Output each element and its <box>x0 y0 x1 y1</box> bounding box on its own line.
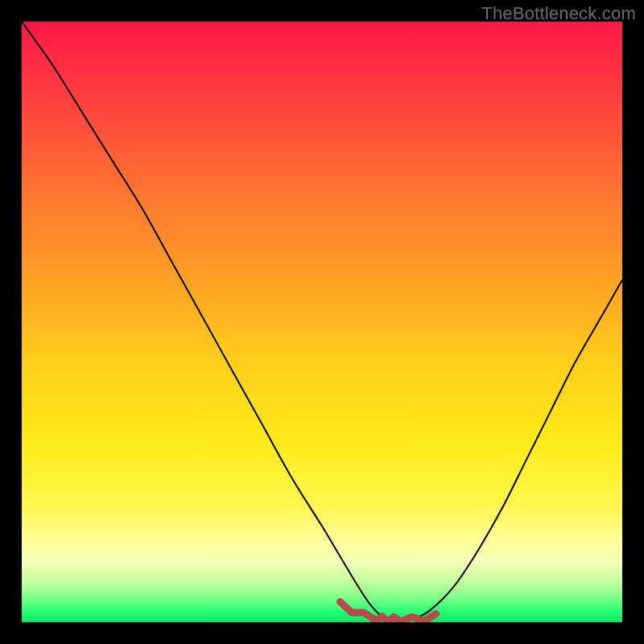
watermark-text: TheBottleneck.com <box>481 3 636 24</box>
curve-svg <box>22 22 622 622</box>
chart-frame: TheBottleneck.com <box>0 0 644 644</box>
plot-area <box>22 22 622 622</box>
highlight-segment <box>340 602 436 622</box>
bottleneck-curve <box>22 22 622 620</box>
